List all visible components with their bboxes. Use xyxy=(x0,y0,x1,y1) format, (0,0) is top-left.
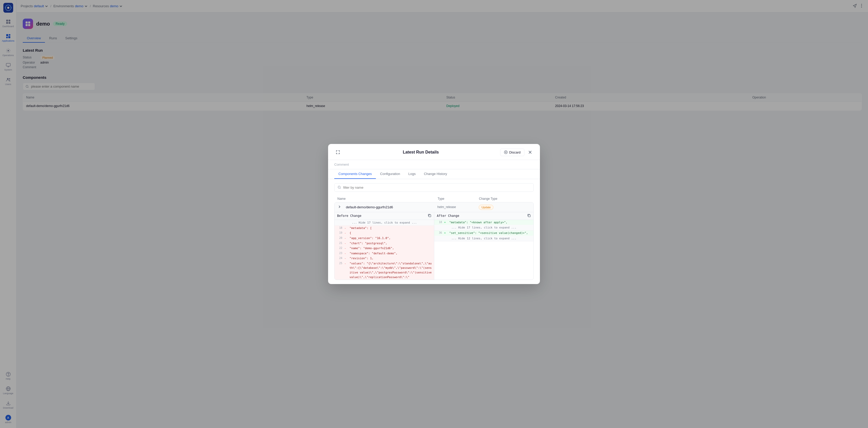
diff-line-before-20: 20 - "app_version": "16.1.0", xyxy=(335,236,434,241)
svg-rect-31 xyxy=(528,215,530,217)
modal-search-input[interactable] xyxy=(343,186,530,189)
modal: Latest Run Details Discard Comment Compo… xyxy=(328,144,540,284)
svg-rect-30 xyxy=(429,215,431,217)
svg-point-29 xyxy=(338,186,340,188)
modal-header: Latest Run Details Discard xyxy=(328,144,540,160)
diff-line-after-36: 36 + "set_sensitive": "<sensitive value(… xyxy=(434,231,533,236)
modal-tabs: Components Changes Configuration Logs Ch… xyxy=(328,169,540,179)
modal-overlay: Latest Run Details Discard Comment Compo… xyxy=(0,0,868,428)
modal-close-button[interactable] xyxy=(526,149,534,156)
diff-after-copy-button[interactable] xyxy=(527,214,531,218)
modal-body: Name Type Change Type default-demo/demo-… xyxy=(328,179,540,284)
diff-line-before-25: 25 - "values": "{\"architecture\":\"stan… xyxy=(335,261,434,280)
discard-button[interactable]: Discard xyxy=(500,149,524,156)
change-row-name: default-demo/demo-ggurfn21d6 xyxy=(346,205,437,209)
modal-header-left xyxy=(334,149,342,156)
modal-tab-change-history[interactable]: Change History xyxy=(420,169,451,179)
change-row-header[interactable]: default-demo/demo-ggurfn21d6 helm_releas… xyxy=(335,202,533,212)
diff-line-after-18: 18 + "metadata": "<known after apply>", xyxy=(434,220,533,225)
change-col-type: Type xyxy=(438,197,479,201)
diff-line-before-19: 19 - { xyxy=(335,231,434,236)
modal-tab-configuration[interactable]: Configuration xyxy=(376,169,404,179)
modal-search-box xyxy=(334,183,534,192)
diff-line-before-23: 23 - "namespace": "default-demo", xyxy=(335,251,434,256)
modal-header-right: Discard xyxy=(500,149,534,156)
diff-line-before-22: 22 - "name": "demo-ggurfn21d6", xyxy=(335,246,434,251)
change-row-change-type: Update xyxy=(479,205,493,210)
change-row-chevron xyxy=(338,205,346,209)
diff-before-header: Before Change xyxy=(335,212,434,220)
diff-line-before-21: 21 - "chart": "postgresql", xyxy=(335,241,434,246)
diff-line-before-18: 18 - "metadata": [ xyxy=(335,226,434,231)
modal-search-icon xyxy=(338,186,341,189)
diff-panel-before: Before Change ... Hide 17 lines, click t… xyxy=(335,212,434,280)
change-row: default-demo/demo-ggurfn21d6 helm_releas… xyxy=(334,202,534,280)
diff-after-expand1[interactable]: ... Hide 17 lines, click to expand ... xyxy=(434,225,533,231)
diff-panel-after: After Change 18 + "metadata": "<known af… xyxy=(434,212,533,280)
modal-tab-components-changes[interactable]: Components Changes xyxy=(334,169,376,179)
diff-after-header: After Change xyxy=(434,212,533,220)
change-col-name: Name xyxy=(337,197,438,201)
diff-after-expand2[interactable]: ... Hide 12 lines, click to expand ... xyxy=(434,236,533,241)
diff-before-copy-button[interactable] xyxy=(428,214,431,218)
diff-line-before-24: 24 - "revision": 1, xyxy=(335,256,434,261)
change-row-type: helm_release xyxy=(437,205,479,209)
change-col-change-type: Change Type xyxy=(479,197,531,201)
modal-comment-area[interactable]: Comment xyxy=(328,160,540,169)
modal-comment-placeholder: Comment xyxy=(334,162,349,166)
discard-icon xyxy=(504,150,507,154)
modal-expand-button[interactable] xyxy=(334,149,342,156)
modal-tab-logs[interactable]: Logs xyxy=(404,169,420,179)
diff-container: Before Change ... Hide 17 lines, click t… xyxy=(335,212,533,280)
change-table-header: Name Type Change Type xyxy=(334,195,534,202)
diff-before-expand[interactable]: ... Hide 17 lines, click to expand ... xyxy=(335,220,434,226)
modal-title: Latest Run Details xyxy=(342,150,500,155)
